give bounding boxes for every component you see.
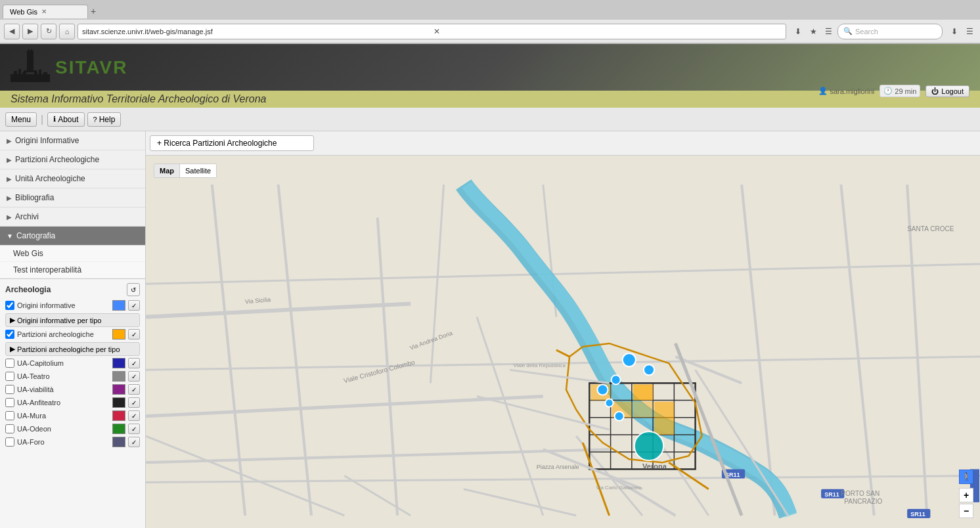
layer-check-mura[interactable]: ✓: [128, 410, 140, 421]
archeologia-title: Archeologia ↺: [5, 283, 140, 296]
layer-check-origini[interactable]: ✓: [128, 300, 140, 311]
layer-check-foro[interactable]: ✓: [128, 437, 140, 447]
bookmarks-icon[interactable]: ★: [807, 25, 820, 38]
layer-checkbox-odeon[interactable]: [5, 424, 14, 433]
about-button[interactable]: ℹ About: [47, 112, 84, 127]
layer-checkbox-viabilita[interactable]: [5, 385, 14, 394]
tab-title: Web Gis: [10, 8, 37, 16]
browser-search[interactable]: 🔍 Search: [837, 24, 943, 39]
layer-checkbox-foro[interactable]: [5, 437, 14, 447]
map-search-button[interactable]: + Ricerca Partizioni Archeologiche: [150, 135, 314, 151]
layer-color-foro[interactable]: [112, 437, 125, 447]
layer-color-origini[interactable]: [112, 300, 125, 311]
back-button[interactable]: ◀: [4, 24, 20, 39]
layer-check-capitolium[interactable]: ✓: [128, 358, 140, 368]
svg-rect-10: [43, 72, 47, 77]
sidebar-item-cartografia[interactable]: ▼ Cartografia: [0, 227, 145, 246]
sidebar-label-cartografia: Cartografia: [16, 231, 55, 240]
sidebar-item-bibliografia[interactable]: ▶ Bibliografia: [0, 188, 145, 208]
menu-button[interactable]: Menu: [5, 112, 37, 127]
map-area: + Ricerca Partizioni Archeologiche Map S…: [146, 131, 980, 528]
map-svg: Viale Cristoforo Colombo Via Andrea Dori…: [146, 156, 980, 528]
zoom-out-button[interactable]: −: [959, 504, 973, 518]
app-subtitle: Sistema Informativo Territoriale Archeol…: [11, 93, 267, 104]
layer-color-anfiteatro[interactable]: [112, 397, 125, 408]
arrow-icon: ▶: [7, 156, 12, 164]
tab-close-icon[interactable]: ✕: [41, 8, 47, 15]
reload-button[interactable]: ↻: [41, 24, 56, 39]
layer-color-capitolium[interactable]: [112, 358, 125, 368]
svg-rect-1: [28, 49, 30, 53]
logout-button[interactable]: ⏻ Logout: [925, 85, 969, 97]
sidebar-label-origini: Origini Informative: [15, 136, 79, 145]
layer-color-teatro[interactable]: [112, 371, 125, 382]
toolbar: Menu | ℹ About ? Help: [0, 108, 980, 131]
download-icon[interactable]: ⬇: [948, 25, 961, 38]
svg-text:PORTO SAN: PORTO SAN: [841, 490, 880, 497]
layer-color-mura[interactable]: [112, 410, 125, 421]
menu-icon[interactable]: ☰: [963, 25, 976, 38]
layer-check-odeon[interactable]: ✓: [128, 424, 140, 434]
svg-point-47: [606, 399, 613, 407]
layer-check-partizioni[interactable]: ✓: [128, 329, 140, 340]
partizioni-tipo-button[interactable]: ▶ Partizioni archeologiche per tipo: [5, 342, 140, 356]
archeologia-section: Archeologia ↺ Origini informative ✓ ▶ Or…: [0, 279, 145, 454]
forward-button[interactable]: ▶: [22, 24, 38, 39]
map-search-bar: + Ricerca Partizioni Archeologiche: [146, 131, 980, 156]
power-icon: ⏻: [931, 87, 939, 95]
arrow-icon: ▶: [7, 137, 12, 144]
sidebar-item-origini[interactable]: ▶ Origini Informative: [0, 131, 145, 150]
svg-text:SR11: SR11: [824, 491, 839, 498]
layer-row-mura: UA-Mura ✓: [5, 410, 140, 421]
sidebar-item-archivi[interactable]: ▶ Archivi: [0, 208, 145, 227]
bookmark-icon[interactable]: ⬇: [791, 25, 805, 38]
arrow-icon: ▶: [7, 175, 12, 183]
layer-color-viabilita[interactable]: [112, 384, 125, 395]
svg-rect-5: [14, 71, 17, 77]
sidebar-sub-webgis[interactable]: Web Gis: [0, 246, 145, 262]
street-view-icon[interactable]: 🚶: [959, 470, 973, 484]
sidebar-nav: ▶ Origini Informative ▶ Partizioni Arche…: [0, 131, 145, 279]
layer-checkbox-mura[interactable]: [5, 411, 14, 420]
archeologia-reset-button[interactable]: ↺: [127, 283, 140, 296]
svg-point-46: [597, 384, 608, 395]
new-tab-button[interactable]: +: [91, 6, 96, 16]
origini-tipo-button[interactable]: ▶ Origini informative per tipo: [5, 313, 140, 327]
layer-checkbox-teatro[interactable]: [5, 372, 14, 381]
layer-color-partizioni[interactable]: [112, 329, 125, 340]
map-container[interactable]: Map Satellite: [146, 156, 980, 528]
layer-checkbox-origini[interactable]: [5, 301, 14, 310]
map-type-satellite[interactable]: Satellite: [180, 164, 216, 177]
layer-color-odeon[interactable]: [112, 424, 125, 434]
sidebar-item-unita[interactable]: ▶ Unità Archeologiche: [0, 169, 145, 188]
expand-icon: ▶: [10, 316, 15, 324]
svg-text:Via Carlo Gattaneo: Via Carlo Gattaneo: [596, 485, 641, 491]
arrow-icon-active: ▼: [7, 232, 13, 240]
svg-rect-2: [31, 49, 32, 53]
svg-rect-6: [18, 69, 21, 77]
svg-text:Verona: Verona: [642, 462, 667, 470]
layer-check-viabilita[interactable]: ✓: [128, 384, 140, 395]
sidebar-label-archivi: Archivi: [15, 212, 39, 221]
layer-checkbox-partizioni[interactable]: [5, 330, 14, 339]
home-button[interactable]: ⌂: [59, 24, 75, 39]
history-icon[interactable]: ☰: [822, 25, 835, 38]
zoom-in-button[interactable]: +: [959, 488, 973, 502]
layer-checkbox-capitolium[interactable]: [5, 359, 14, 368]
sidebar-sub-test[interactable]: Test interoperabilità: [0, 262, 145, 278]
layer-label-partizioni: Partizioni archeologiche: [17, 330, 110, 338]
toolbar-separator: |: [41, 114, 43, 125]
help-button[interactable]: ? Help: [87, 112, 122, 127]
layer-check-teatro[interactable]: ✓: [128, 371, 140, 382]
sidebar-item-partizioni[interactable]: ▶ Partizioni Archeologiche: [0, 150, 145, 169]
map-type-buttons: Map Satellite: [154, 164, 217, 178]
browser-tab[interactable]: Web Gis ✕: [3, 5, 88, 18]
svg-text:SANTA CROCE: SANTA CROCE: [907, 225, 954, 232]
svg-rect-42: [633, 402, 653, 418]
layer-checkbox-anfiteatro[interactable]: [5, 398, 14, 407]
url-bar[interactable]: sitavr.scienze.univr.it/web-gis/manage.j…: [78, 24, 786, 39]
layer-check-anfiteatro[interactable]: ✓: [128, 397, 140, 408]
arrow-icon: ▶: [7, 213, 12, 221]
map-type-map[interactable]: Map: [154, 164, 179, 177]
logo-icon: [11, 49, 50, 85]
